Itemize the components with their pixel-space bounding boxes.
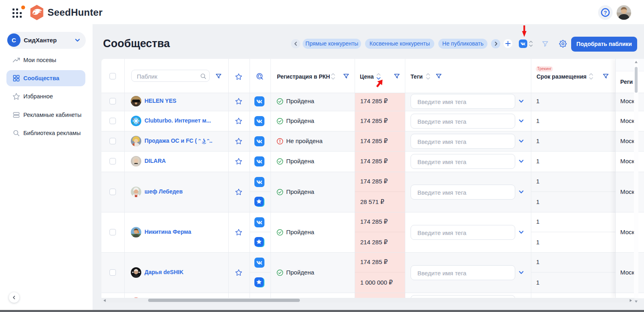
svg-text:?: ? xyxy=(604,10,607,16)
